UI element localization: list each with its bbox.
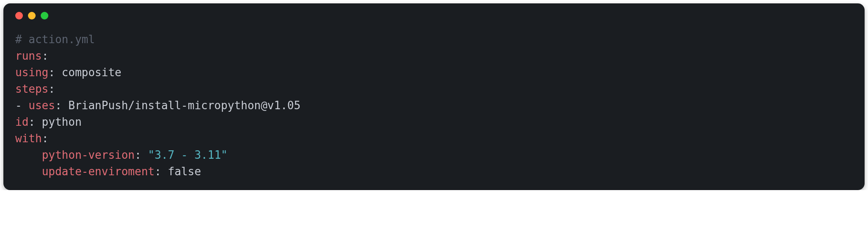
- space: [161, 165, 168, 178]
- space: [141, 149, 148, 161]
- yaml-value-id: python: [35, 116, 82, 128]
- indent: [15, 147, 42, 163]
- yaml-key-update-enviroment: update-enviroment: [42, 165, 155, 178]
- minimize-button[interactable]: [28, 12, 36, 19]
- colon: :: [28, 116, 35, 128]
- code-block: # action.yml runs: using: composite step…: [15, 31, 853, 180]
- colon: :: [48, 83, 55, 95]
- yaml-key-python-version: python-version: [42, 149, 135, 161]
- colon: :: [42, 50, 49, 62]
- yaml-key-with: with: [15, 132, 42, 145]
- indent: [15, 163, 42, 180]
- yaml-key-runs: runs: [15, 50, 42, 62]
- colon: :: [48, 66, 55, 79]
- close-button[interactable]: [15, 12, 23, 19]
- yaml-value-composite: composite: [55, 66, 122, 79]
- colon: :: [155, 165, 161, 178]
- yaml-key-id: id: [15, 116, 28, 128]
- yaml-dash: -: [15, 99, 28, 112]
- maximize-button[interactable]: [41, 12, 48, 19]
- yaml-key-uses: uses: [28, 99, 55, 112]
- yaml-key-steps: steps: [15, 83, 48, 95]
- yaml-value-python-version: "3.7 - 3.11": [148, 149, 228, 161]
- yaml-key-using: using: [15, 66, 48, 79]
- window-controls: [15, 12, 853, 19]
- colon: :: [135, 149, 142, 161]
- yaml-value-false: false: [168, 165, 201, 178]
- terminal-window: # action.yml runs: using: composite step…: [3, 3, 865, 190]
- colon: :: [55, 99, 62, 112]
- code-comment: # action.yml: [15, 33, 95, 46]
- yaml-value-uses: BrianPush/install-micropython@v1.05: [62, 99, 301, 112]
- colon: :: [42, 132, 49, 145]
